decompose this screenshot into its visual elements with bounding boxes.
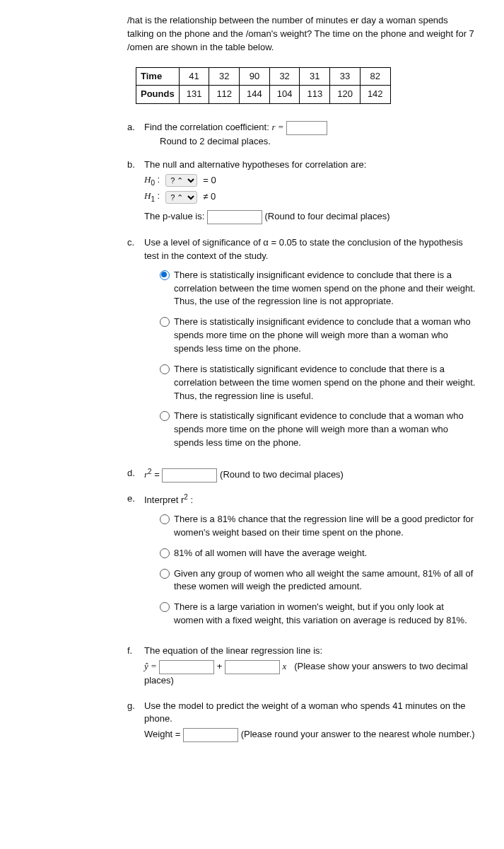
- weight-input[interactable]: [183, 728, 238, 742]
- data-table: Time 41 32 90 32 31 33 82 Pounds 131 112…: [136, 67, 391, 105]
- item-marker-e: e.: [127, 492, 144, 635]
- g-text: Use the model to predict the weight of a…: [144, 700, 476, 727]
- item-marker-f: f.: [127, 645, 144, 690]
- r-input[interactable]: [286, 121, 327, 135]
- e-option-2-text: 81% of all women will have the average w…: [174, 547, 476, 560]
- h0-eq: = 0: [203, 174, 216, 187]
- slope-input[interactable]: [225, 660, 280, 674]
- e-option-2[interactable]: 81% of all women will have the average w…: [160, 547, 476, 560]
- r-equals: r =: [271, 122, 283, 133]
- e-option-3-text: Given any group of women who all weight …: [174, 567, 476, 594]
- h0-label: H0 :: [144, 173, 160, 188]
- item-marker-a: a.: [127, 121, 144, 149]
- e-option-4-text: There is a large variation in women's we…: [174, 601, 476, 628]
- e-option-1-text: There is a 81% chance that the regressio…: [174, 513, 476, 540]
- pvalue-label: The p-value is:: [144, 212, 204, 222]
- radio-icon: [160, 602, 170, 612]
- c-option-4-text: There is statistically significant evide…: [174, 410, 476, 450]
- plus-sign: +: [217, 661, 225, 671]
- yhat-label: ŷ =: [144, 661, 159, 671]
- h0-select[interactable]: ? ⌃: [165, 174, 197, 187]
- a-round-note: Round to 2 decimal places.: [144, 135, 476, 149]
- row-label-time: Time: [136, 67, 180, 86]
- c-option-3-text: There is statistically significant evide…: [174, 363, 476, 403]
- h1-label: H1 :: [144, 190, 160, 204]
- c-text: Use a level of significance of α = 0.05 …: [144, 236, 476, 263]
- e-option-4[interactable]: There is a large variation in women's we…: [160, 601, 476, 628]
- c-option-1[interactable]: There is statistically insignificant evi…: [160, 269, 476, 309]
- radio-icon: [160, 317, 170, 327]
- c-option-1-text: There is statistically insignificant evi…: [174, 269, 476, 309]
- e-text: Interpret r2 :: [144, 495, 193, 505]
- item-marker-d: d.: [127, 467, 144, 483]
- radio-icon: [160, 364, 170, 374]
- radio-icon: [160, 514, 170, 524]
- item-marker-c: c.: [127, 236, 144, 457]
- f-text: The equation of the linear regression li…: [144, 645, 476, 658]
- g-note: (Please round your answer to the nearest…: [241, 729, 475, 740]
- table-row: Time 41 32 90 32 31 33 82: [136, 67, 391, 86]
- h1-neq: ≠ 0: [203, 190, 216, 204]
- pvalue-input[interactable]: [207, 210, 262, 224]
- c-option-3[interactable]: There is statistically significant evide…: [160, 363, 476, 403]
- r2-label: r2 =: [144, 469, 162, 480]
- item-marker-b: b.: [127, 158, 144, 226]
- r2-input[interactable]: [162, 468, 217, 483]
- c-option-4[interactable]: There is statistically significant evide…: [160, 410, 476, 450]
- e-option-3[interactable]: Given any group of women who all weight …: [160, 567, 476, 594]
- intercept-input[interactable]: [159, 660, 214, 674]
- c-option-2[interactable]: There is statistically insignificant evi…: [160, 316, 476, 356]
- radio-icon: [160, 270, 170, 280]
- pvalue-note: (Round to four decimal places): [265, 212, 390, 222]
- question-intro: /hat is the relationship between the num…: [127, 14, 476, 54]
- a-text: Find the correlation coefficient:: [144, 122, 271, 133]
- r2-note: (Round to two decimal places): [220, 469, 344, 480]
- c-option-2-text: There is statistically insignificant evi…: [174, 316, 476, 356]
- table-row: Pounds 131 112 144 104 113 120 142: [136, 86, 391, 104]
- x-var: x: [283, 661, 287, 671]
- weight-label: Weight =: [144, 729, 183, 740]
- h1-select[interactable]: ? ⌃: [165, 191, 197, 204]
- radio-icon: [160, 411, 170, 421]
- row-label-pounds: Pounds: [136, 86, 180, 104]
- radio-icon: [160, 548, 170, 558]
- item-marker-g: g.: [127, 700, 144, 745]
- b-text: The null and alternative hypotheses for …: [144, 158, 476, 172]
- radio-icon: [160, 569, 170, 579]
- e-option-1[interactable]: There is a 81% chance that the regressio…: [160, 513, 476, 540]
